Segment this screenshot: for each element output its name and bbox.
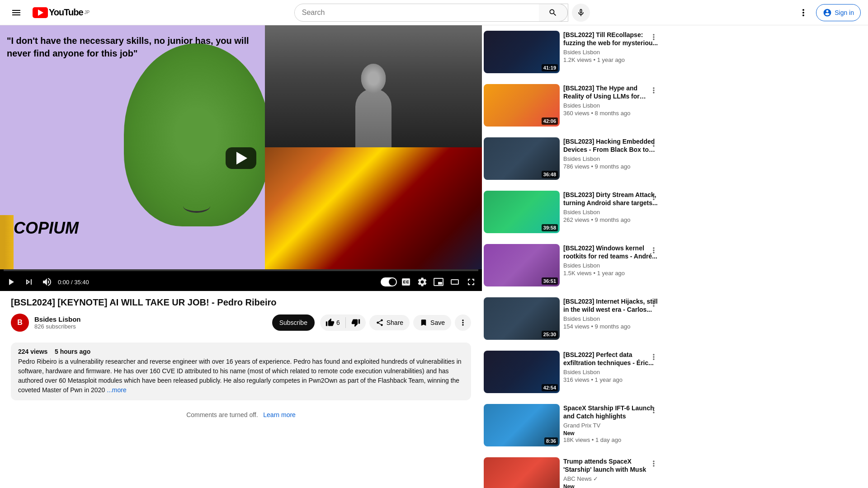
sidebar-more-button[interactable] (647, 84, 660, 97)
duration-badge: 36:48 (542, 171, 558, 178)
sidebar-video-row[interactable]: 36:51 [BSL2022] Windows kernel rootkits … (482, 242, 660, 292)
sidebar-video-item[interactable]: 36:48 [BSL2023] Hacking Embedded Devices… (482, 136, 660, 182)
theater-mode-button[interactable] (448, 275, 462, 289)
sidebar-video-row[interactable]: 41:19 [BSL2022] Till REcollapse: fuzzing… (482, 29, 660, 79)
settings-button[interactable] (415, 275, 429, 289)
like-button[interactable]: 6 (320, 314, 345, 331)
more-actions-button[interactable] (455, 314, 471, 331)
channel-name[interactable]: Bsides Lisbon (34, 315, 267, 323)
channel-avatar: B (11, 314, 29, 332)
sidebar: 41:19 [BSL2022] Till REcollapse: fuzzing… (482, 25, 664, 488)
video-left-panel: "I don't have the necessary skills, no j… (0, 25, 265, 269)
sidebar-thumbnail: 36:48 (484, 137, 560, 180)
search-button[interactable] (539, 4, 568, 22)
description-more-button[interactable]: ...more (107, 386, 127, 394)
fullscreen-button[interactable] (464, 275, 478, 289)
learn-more-link[interactable]: Learn more (263, 411, 296, 418)
duration-badge: 42:06 (542, 117, 558, 125)
sidebar-video-item[interactable]: 8:36 SpaceX Starship IFT-6 Launch and Ca… (482, 402, 660, 448)
subscribe-button[interactable]: Subscribe (272, 314, 315, 331)
sidebar-video-item[interactable]: 41:19 [BSL2022] Till REcollapse: fuzzing… (482, 29, 660, 75)
sidebar-video-info: [BSL2022] Perfect data exfiltration tech… (563, 351, 658, 393)
sidebar-channel-name: Bsides Lisbon (563, 209, 658, 216)
more-options-button[interactable] (794, 4, 812, 22)
sidebar-video-title: Trump attends SpaceX 'Starship' launch w… (563, 457, 658, 474)
youtube-logo-icon (33, 7, 48, 18)
channel-info: Bsides Lisbon 826 subscribers (34, 315, 267, 330)
comments-off-notice: Comments are turned off. Learn more (11, 411, 471, 418)
sidebar-more-button[interactable] (647, 404, 660, 417)
duration-badge: 39:58 (542, 224, 558, 231)
sidebar-video-row[interactable]: 18:13 Trump attends SpaceX 'Starship' la… (482, 455, 660, 488)
play-button-overlay[interactable] (226, 147, 256, 169)
share-button[interactable]: Share (369, 315, 410, 330)
sidebar-video-item[interactable]: 42:06 [BSL2023] The Hype and Reality of … (482, 82, 660, 128)
sidebar-thumbnail: 25:30 (484, 297, 560, 340)
youtube-logo-sub: JP (85, 10, 90, 15)
sidebar-video-row[interactable]: 25:30 [BSL2023] Internet Hijacks, still … (482, 296, 660, 345)
sidebar-video-row[interactable]: 36:48 [BSL2023] Hacking Embedded Devices… (482, 136, 660, 185)
sidebar-video-title: [BSL2023] The Hype and Reality of Using … (563, 84, 658, 100)
sidebar-video-row[interactable]: 8:36 SpaceX Starship IFT-6 Launch and Ca… (482, 402, 660, 452)
sidebar-video-item[interactable]: 39:58 [BSL2023] Dirty Stream Attack, tur… (482, 189, 660, 235)
duration-badge: 41:19 (542, 64, 558, 71)
sidebar-video-item[interactable]: 18:13 Trump attends SpaceX 'Starship' la… (482, 455, 660, 488)
cc-button[interactable] (399, 275, 413, 289)
header-right: Sign in (794, 4, 861, 22)
sidebar-video-row[interactable]: 42:06 [BSL2023] The Hype and Reality of … (482, 82, 660, 132)
youtube-logo[interactable]: YouTubeJP (33, 7, 90, 18)
new-badge: New (563, 483, 575, 488)
sidebar-video-meta: 786 views • 9 months ago (563, 163, 658, 170)
sidebar-video-meta: 1.2K views • 1 year ago (563, 56, 658, 63)
sign-in-button[interactable]: Sign in (816, 4, 861, 21)
video-quote: "I don't have the necessary skills, no j… (7, 34, 258, 60)
sidebar-video-item[interactable]: 42:54 [BSL2022] Perfect data exfiltratio… (482, 349, 660, 395)
sidebar-video-title: [BSL2022] Till REcollapse: fuzzing the w… (563, 31, 658, 47)
description-meta: 224 views 5 hours ago (18, 348, 464, 355)
sidebar-video-row[interactable]: 39:58 [BSL2023] Dirty Stream Attack, tur… (482, 189, 660, 239)
sidebar-video-item[interactable]: 25:30 [BSL2023] Internet Hijacks, still … (482, 296, 660, 342)
sidebar-video-title: [BSL2023] Hacking Embedded Devices - Fro… (563, 137, 658, 154)
action-buttons: 6 Share Save (320, 314, 471, 331)
toggle-switch[interactable] (381, 277, 397, 286)
share-label: Share (387, 319, 403, 326)
sidebar-video-info: [BSL2023] Hacking Embedded Devices - Fro… (563, 137, 658, 180)
sidebar-more-button[interactable] (647, 137, 660, 150)
progress-bar[interactable] (4, 269, 478, 271)
sidebar-video-item[interactable]: 36:51 [BSL2022] Windows kernel rootkits … (482, 242, 660, 288)
hamburger-menu-button[interactable] (7, 4, 25, 22)
play-button[interactable] (4, 275, 18, 289)
sidebar-channel-name: Bsides Lisbon (563, 49, 658, 56)
sidebar-video-title: [BSL2022] Perfect data exfiltration tech… (563, 351, 658, 367)
video-right-panel (265, 25, 482, 269)
video-player[interactable]: "I don't have the necessary skills, no j… (0, 25, 482, 291)
dislike-button[interactable] (346, 314, 366, 331)
sign-in-label: Sign in (835, 9, 854, 16)
sidebar-thumbnail: 39:58 (484, 191, 560, 233)
search-bar (294, 4, 568, 22)
sidebar-video-row[interactable]: 42:54 [BSL2022] Perfect data exfiltratio… (482, 349, 660, 399)
autoplay-toggle[interactable] (381, 277, 397, 286)
sidebar-more-button[interactable] (647, 457, 660, 470)
sidebar-thumbnail: 8:36 (484, 404, 560, 446)
sidebar-more-button[interactable] (647, 297, 660, 310)
sidebar-more-button[interactable] (647, 191, 660, 203)
voice-search-button[interactable] (572, 4, 590, 22)
sidebar-more-button[interactable] (647, 31, 660, 43)
sidebar-channel-name: ABC News ✓ (563, 475, 658, 482)
search-input[interactable] (295, 9, 539, 17)
next-button[interactable] (22, 275, 36, 289)
sidebar-channel-name: Bsides Lisbon (563, 262, 658, 269)
play-triangle-icon (236, 152, 247, 164)
mute-button[interactable] (40, 275, 54, 289)
sidebar-video-title: [BSL2023] Dirty Stream Attack, turning A… (563, 191, 658, 207)
youtube-logo-text: YouTube (49, 7, 83, 18)
channel-row: B Bsides Lisbon 826 subscribers Subscrib… (11, 314, 471, 332)
sidebar-more-button[interactable] (647, 351, 660, 363)
sidebar-more-button[interactable] (647, 244, 660, 257)
art-image (265, 147, 482, 269)
sidebar-video-info: [BSL2023] Dirty Stream Attack, turning A… (563, 191, 658, 233)
sidebar-thumbnail: 42:06 (484, 84, 560, 127)
miniplayer-button[interactable] (431, 275, 446, 289)
save-button[interactable]: Save (413, 315, 451, 330)
